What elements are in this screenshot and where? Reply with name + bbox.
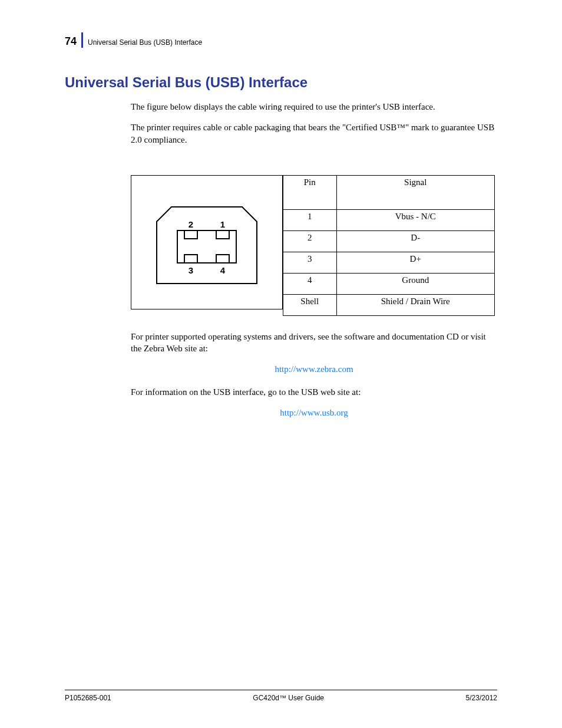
svg-rect-1 bbox=[177, 230, 236, 263]
paragraph-3: For printer supported operating systems … bbox=[131, 331, 497, 355]
paragraph-4: For information on the USB interface, go… bbox=[131, 386, 497, 398]
footer-left: P1052685-001 bbox=[65, 694, 111, 702]
cell-pin: Shell bbox=[283, 294, 337, 315]
usb-connector-icon: 2 1 3 4 bbox=[148, 186, 266, 298]
svg-rect-5 bbox=[216, 255, 229, 263]
connector-diagram-cell: 2 1 3 4 bbox=[131, 175, 283, 309]
section-title: Universal Serial Bus (USB) Interface bbox=[65, 74, 497, 91]
cell-pin: 3 bbox=[283, 252, 337, 273]
svg-marker-0 bbox=[157, 207, 257, 284]
page-header: 74 Universal Serial Bus (USB) Interface bbox=[65, 32, 497, 48]
figure-table-block: 2 1 3 4 Pin Signal 1 Vbus - N/C 2 D- 3 D… bbox=[131, 175, 497, 316]
cell-signal: D- bbox=[336, 230, 494, 252]
cell-pin: 4 bbox=[283, 273, 337, 294]
svg-rect-4 bbox=[184, 255, 197, 263]
cell-signal: Shield / Drain Wire bbox=[336, 294, 494, 315]
page-footer: P1052685-001 GC420d™ User Guide 5/23/201… bbox=[65, 690, 497, 702]
table-row: 4 Ground bbox=[283, 273, 495, 294]
paragraph-2: The printer requires cable or cable pack… bbox=[131, 121, 497, 146]
pin-signal-table: Pin Signal 1 Vbus - N/C 2 D- 3 D+ 4 Grou… bbox=[283, 175, 495, 316]
footer-center: GC420d™ User Guide bbox=[253, 694, 324, 702]
running-title: Universal Serial Bus (USB) Interface bbox=[88, 38, 202, 48]
table-header-row: Pin Signal bbox=[283, 175, 495, 209]
body-text-2: For printer supported operating systems … bbox=[131, 331, 497, 419]
connector-label-2: 2 bbox=[189, 219, 193, 229]
document-page: 74 Universal Serial Bus (USB) Interface … bbox=[0, 0, 562, 728]
footer-row: P1052685-001 GC420d™ User Guide 5/23/201… bbox=[65, 694, 497, 702]
cell-pin: 1 bbox=[283, 209, 337, 230]
table-row: 2 D- bbox=[283, 230, 495, 252]
usb-link[interactable]: http://www.usb.org bbox=[131, 407, 497, 419]
table-row: 3 D+ bbox=[283, 252, 495, 273]
zebra-link[interactable]: http://www.zebra.com bbox=[131, 363, 497, 375]
connector-label-4: 4 bbox=[220, 265, 226, 275]
cell-pin: 2 bbox=[283, 230, 337, 252]
cell-signal: D+ bbox=[336, 252, 494, 273]
footer-right: 5/23/2012 bbox=[466, 694, 497, 702]
header-signal: Signal bbox=[336, 175, 494, 209]
header-pin: Pin bbox=[283, 175, 337, 209]
connector-label-1: 1 bbox=[220, 219, 225, 229]
svg-rect-3 bbox=[216, 230, 229, 239]
table-row: Shell Shield / Drain Wire bbox=[283, 294, 495, 315]
cell-signal: Vbus - N/C bbox=[336, 209, 494, 230]
table-row: 1 Vbus - N/C bbox=[283, 209, 495, 230]
footer-divider bbox=[65, 690, 497, 690]
cell-signal: Ground bbox=[336, 273, 494, 294]
connector-label-3: 3 bbox=[189, 265, 193, 275]
page-number: 74 bbox=[65, 35, 77, 48]
svg-rect-2 bbox=[184, 230, 197, 239]
body-text: The figure below displays the cable wiri… bbox=[131, 101, 497, 146]
paragraph-1: The figure below displays the cable wiri… bbox=[131, 101, 497, 113]
header-divider bbox=[81, 32, 83, 48]
